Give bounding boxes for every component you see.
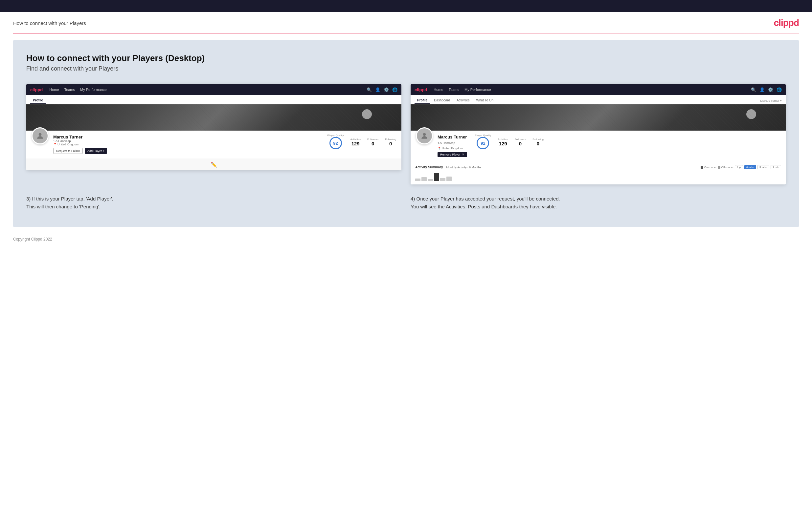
nav-home-right[interactable]: Home bbox=[434, 88, 443, 92]
bar-5 bbox=[440, 178, 445, 181]
following-stat-left: Following 0 bbox=[385, 138, 396, 146]
nav-home-left[interactable]: Home bbox=[49, 88, 59, 92]
remove-player-container: Remove Player ✕ bbox=[438, 152, 467, 157]
activity-title: Activity Summary bbox=[415, 165, 443, 169]
tab-dashboard-right[interactable]: Dashboard bbox=[431, 97, 453, 104]
player-name-left: Marcus Turner bbox=[53, 134, 320, 139]
stats-row-left: Player Quality 92 Activities 129 Followe… bbox=[327, 134, 396, 150]
caption-left-text: 3) If this is your Player tap, 'Add Play… bbox=[26, 195, 401, 211]
legend-on-course: On course bbox=[701, 166, 716, 169]
tab-profile-right[interactable]: Profile bbox=[414, 97, 430, 104]
bottom-area-left: ✏️ bbox=[26, 159, 401, 170]
nav-performance-left[interactable]: My Performance bbox=[80, 88, 107, 92]
followers-stat-right: Followers 0 bbox=[515, 138, 526, 146]
bar-6 bbox=[446, 177, 452, 181]
nav-icons-right: 🔍 👤 ⚙️ 🌐 bbox=[751, 87, 782, 92]
bar-3 bbox=[428, 179, 433, 181]
nav-teams-left[interactable]: Teams bbox=[64, 88, 75, 92]
filter-6mths[interactable]: 6 mths bbox=[744, 165, 756, 169]
player-location-right: 📍 United Kingdom bbox=[438, 147, 463, 150]
screenshots-row: clippd Home Teams My Performance 🔍 👤 ⚙️ … bbox=[26, 84, 786, 184]
mock-app-right: clippd Home Teams My Performance 🔍 👤 ⚙️ … bbox=[411, 84, 786, 184]
screenshot-right: clippd Home Teams My Performance 🔍 👤 ⚙️ … bbox=[411, 84, 786, 184]
tab-activities-right[interactable]: Activities bbox=[454, 97, 472, 104]
avatar-right bbox=[416, 127, 433, 145]
settings-icon-right[interactable]: ⚙️ bbox=[768, 87, 773, 92]
mock-app-left: clippd Home Teams My Performance 🔍 👤 ⚙️ … bbox=[26, 84, 401, 170]
edit-icon-left: ✏️ bbox=[211, 161, 217, 168]
tab-whattoon-right[interactable]: What To On bbox=[474, 97, 496, 104]
location-icon-right: 📍 bbox=[438, 147, 441, 150]
globe-icon-left[interactable]: 🌐 bbox=[392, 87, 398, 92]
main-title: How to connect with your Players (Deskto… bbox=[26, 53, 786, 63]
main-subtitle: Find and connect with your Players bbox=[26, 65, 786, 72]
location-icon-left: 📍 bbox=[53, 143, 57, 146]
globe-icon-right[interactable]: 🌐 bbox=[776, 87, 782, 92]
player-handicap-left: 1-5 Handicap bbox=[53, 139, 320, 143]
player-dropdown-right[interactable]: Marcus Turner ▾ bbox=[760, 99, 782, 104]
search-icon-right[interactable]: 🔍 bbox=[751, 87, 756, 92]
activities-stat-left: Activities 129 bbox=[350, 138, 361, 146]
player-location-left: 📍 United Kingdom bbox=[53, 143, 320, 146]
legend-dot-off bbox=[718, 166, 720, 169]
main-content: How to connect with your Players (Deskto… bbox=[13, 40, 799, 227]
quality-label-left: Player Quality bbox=[327, 134, 344, 137]
remove-player-button[interactable]: Remove Player ✕ bbox=[438, 152, 467, 157]
legend-off-course: Off course bbox=[718, 166, 733, 169]
caption-right: 4) Once your Player has accepted your re… bbox=[411, 195, 786, 211]
bar-4 bbox=[434, 173, 439, 181]
screenshot-left: clippd Home Teams My Performance 🔍 👤 ⚙️ … bbox=[26, 84, 401, 184]
player-name-right: Marcus Turner bbox=[438, 134, 467, 139]
tab-profile-left[interactable]: Profile bbox=[30, 97, 46, 104]
user-icon-right[interactable]: 👤 bbox=[759, 87, 765, 92]
mini-chart bbox=[415, 172, 781, 181]
profile-section-right: Marcus Turner 1-5 Handicap 📍 United King… bbox=[411, 130, 786, 162]
footer: Copyright Clippd 2022 bbox=[0, 234, 812, 248]
settings-icon-left[interactable]: ⚙️ bbox=[384, 87, 389, 92]
profile-info-right: Marcus Turner 1-5 Handicap 📍 United King… bbox=[438, 134, 467, 157]
following-stat-right: Following 0 bbox=[532, 138, 544, 146]
app-logo-right: clippd bbox=[414, 87, 427, 92]
add-player-button-left[interactable]: Add Player + bbox=[85, 148, 107, 154]
legend-dot-on bbox=[701, 166, 703, 169]
search-icon-left[interactable]: 🔍 bbox=[367, 87, 372, 92]
top-bar bbox=[0, 0, 812, 12]
filter-3mths[interactable]: 3 mths bbox=[757, 165, 769, 169]
header: How to connect with your Players clippd bbox=[0, 12, 812, 33]
filter-1mth[interactable]: 1 mth bbox=[771, 165, 781, 169]
caption-right-text: 4) Once your Player has accepted your re… bbox=[411, 195, 786, 211]
svg-point-1 bbox=[423, 133, 426, 136]
nav-items-right: Home Teams My Performance bbox=[434, 88, 751, 92]
user-icon-left[interactable]: 👤 bbox=[375, 87, 380, 92]
nav-teams-right[interactable]: Teams bbox=[449, 88, 459, 92]
app-subnav-left: Profile bbox=[26, 95, 401, 104]
app-navbar-left: clippd Home Teams My Performance 🔍 👤 ⚙️ … bbox=[26, 84, 401, 95]
quality-circle-left: 92 bbox=[329, 137, 342, 149]
close-icon-remove: ✕ bbox=[462, 153, 464, 156]
caption-left: 3) If this is your Player tap, 'Add Play… bbox=[26, 195, 401, 211]
header-divider bbox=[13, 33, 799, 34]
player-handicap-right: 1-5 Handicap bbox=[438, 142, 455, 145]
avatar-left bbox=[32, 127, 49, 145]
nav-performance-right[interactable]: My Performance bbox=[464, 88, 491, 92]
stats-row-right: Player Quality 92 Activities 129 Followe… bbox=[475, 134, 544, 150]
followers-stat-left: Followers 0 bbox=[367, 138, 378, 146]
clippd-logo: clippd bbox=[774, 18, 799, 28]
filter-1yr[interactable]: 1 yr bbox=[735, 165, 743, 169]
copyright: Copyright Clippd 2022 bbox=[13, 237, 52, 241]
profile-section-left: Marcus Turner 1-5 Handicap 📍 United King… bbox=[26, 130, 401, 159]
follow-button-left[interactable]: Request to Follow bbox=[53, 148, 83, 154]
breadcrumb: How to connect with your Players bbox=[13, 20, 86, 26]
golf-banner-right bbox=[411, 104, 786, 130]
captions-row: 3) If this is your Player tap, 'Add Play… bbox=[26, 195, 786, 211]
app-subnav-right: Profile Dashboard Activities What To On … bbox=[411, 95, 786, 104]
profile-buttons-left: Request to Follow Add Player + bbox=[53, 148, 320, 154]
app-navbar-right: clippd Home Teams My Performance 🔍 👤 ⚙️ … bbox=[411, 84, 786, 95]
activity-summary: Activity Summary Monthly Activity · 6 Mo… bbox=[411, 162, 786, 184]
golf-banner-left bbox=[26, 104, 401, 130]
activity-period: Monthly Activity · 6 Months bbox=[446, 166, 481, 169]
app-logo-left: clippd bbox=[30, 87, 43, 92]
bar-1 bbox=[415, 178, 420, 181]
quality-label-right: Player Quality bbox=[475, 134, 492, 137]
quality-circle-right: 92 bbox=[476, 137, 489, 149]
